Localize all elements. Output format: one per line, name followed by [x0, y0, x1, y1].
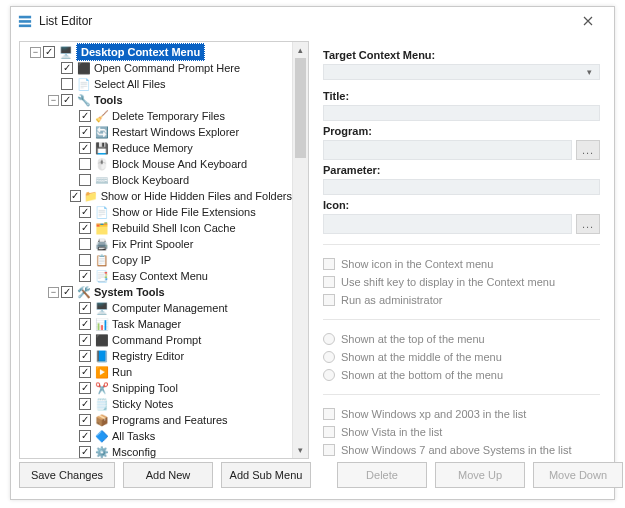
tree-row[interactable]: 📑Easy Context Menu: [24, 268, 292, 284]
tree-checkbox[interactable]: [79, 254, 91, 266]
program-input[interactable]: [323, 140, 572, 160]
tree-checkbox[interactable]: [79, 174, 91, 186]
title-input[interactable]: [323, 105, 600, 121]
tree-row[interactable]: −🛠️System Tools: [24, 284, 292, 300]
tree-checkbox[interactable]: [79, 302, 91, 314]
tree-row[interactable]: ⌨️Block Keyboard: [24, 172, 292, 188]
target-combo[interactable]: ▾: [323, 64, 600, 80]
tree-item-icon: 📋: [94, 253, 109, 267]
tree-checkbox[interactable]: [79, 334, 91, 346]
scroll-track[interactable]: [293, 58, 308, 442]
svg-rect-1: [19, 20, 31, 23]
add-new-button[interactable]: Add New: [123, 462, 213, 488]
tree-row[interactable]: 🗒️Sticky Notes: [24, 396, 292, 412]
tree-row[interactable]: 💾Reduce Memory: [24, 140, 292, 156]
option-checkbox[interactable]: Show Windows 7 and above Systems in the …: [323, 441, 600, 459]
option-label: Shown at the middle of the menu: [341, 351, 502, 363]
tree-checkbox[interactable]: [79, 446, 91, 458]
tree-checkbox[interactable]: [79, 126, 91, 138]
tree-item-label: Sticky Notes: [112, 396, 173, 412]
tree-row[interactable]: 📁Show or Hide Hidden Files and Folders: [24, 188, 292, 204]
tree-checkbox[interactable]: [79, 206, 91, 218]
tree-checkbox[interactable]: [79, 238, 91, 250]
expander-icon[interactable]: −: [30, 47, 41, 58]
tree-checkbox[interactable]: [79, 398, 91, 410]
tree-checkbox[interactable]: [79, 414, 91, 426]
tree-checkbox[interactable]: [79, 430, 91, 442]
tree-row[interactable]: −🔧Tools: [24, 92, 292, 108]
content-area: −🖥️Desktop Context Menu⬛Open Command Pro…: [11, 35, 614, 459]
tree-item-label: Copy IP: [112, 252, 151, 268]
tree-row[interactable]: 🧹Delete Temporary Files: [24, 108, 292, 124]
parameter-input[interactable]: [323, 179, 600, 195]
tree-checkbox[interactable]: [79, 270, 91, 282]
tree-row[interactable]: 📘Registry Editor: [24, 348, 292, 364]
save-changes-button[interactable]: Save Changes: [19, 462, 115, 488]
move-down-button[interactable]: Move Down: [533, 462, 623, 488]
checkbox-icon: [323, 444, 335, 456]
option-label: Show Windows 7 and above Systems in the …: [341, 444, 572, 456]
tree-row[interactable]: ⚙️Msconfig: [24, 444, 292, 458]
tree-row[interactable]: ⬛Open Command Prompt Here: [24, 60, 292, 76]
add-sub-menu-button[interactable]: Add Sub Menu: [221, 462, 311, 488]
radio-icon: [323, 333, 335, 345]
tree-item-icon: 📊: [94, 317, 109, 331]
tree-row[interactable]: 🔄Restart Windows Explorer: [24, 124, 292, 140]
tree-checkbox[interactable]: [79, 318, 91, 330]
option-checkbox[interactable]: Show Vista in the list: [323, 423, 600, 441]
tree-checkbox[interactable]: [70, 190, 80, 202]
tree-checkbox[interactable]: [61, 78, 73, 90]
scroll-down-icon[interactable]: ▾: [293, 442, 308, 458]
tree-scrollbar[interactable]: ▴ ▾: [292, 42, 308, 458]
position-radio[interactable]: Shown at the bottom of the menu: [323, 366, 600, 384]
tree-row[interactable]: ▶️Run: [24, 364, 292, 380]
icon-input[interactable]: [323, 214, 572, 234]
tree-row[interactable]: 📦Programs and Features: [24, 412, 292, 428]
delete-button[interactable]: Delete: [337, 462, 427, 488]
tree-checkbox[interactable]: [43, 46, 55, 58]
tree-checkbox[interactable]: [61, 62, 73, 74]
tree-row[interactable]: 🖥️Computer Management: [24, 300, 292, 316]
tree-checkbox[interactable]: [79, 142, 91, 154]
parameter-label: Parameter:: [323, 164, 600, 176]
option-checkbox[interactable]: Run as administrator: [323, 291, 600, 309]
tree-row[interactable]: ⬛Command Prompt: [24, 332, 292, 348]
tree-checkbox[interactable]: [79, 222, 91, 234]
tree-checkbox[interactable]: [79, 158, 91, 170]
tree-checkbox[interactable]: [79, 110, 91, 122]
tree-row[interactable]: 🔷All Tasks: [24, 428, 292, 444]
tree-checkbox[interactable]: [61, 286, 73, 298]
tree-row[interactable]: 🖱️Block Mouse And Keyboard: [24, 156, 292, 172]
tree-row[interactable]: 📄Select All Files: [24, 76, 292, 92]
expander-icon[interactable]: −: [48, 95, 59, 106]
tree-row[interactable]: 🖨️Fix Print Spooler: [24, 236, 292, 252]
tree-row[interactable]: 📋Copy IP: [24, 252, 292, 268]
tree-row[interactable]: ✂️Snipping Tool: [24, 380, 292, 396]
tree-item-icon: 🔷: [94, 429, 109, 443]
tree-checkbox[interactable]: [79, 366, 91, 378]
tree-view[interactable]: −🖥️Desktop Context Menu⬛Open Command Pro…: [20, 42, 292, 458]
icon-browse-button[interactable]: ...: [576, 214, 600, 234]
program-browse-button[interactable]: ...: [576, 140, 600, 160]
close-button[interactable]: [568, 9, 608, 33]
option-checkbox[interactable]: Show Windows xp and 2003 in the list: [323, 405, 600, 423]
option-checkbox[interactable]: Show icon in the Context menu: [323, 255, 600, 273]
program-label: Program:: [323, 125, 600, 137]
tree-row[interactable]: 📄Show or Hide File Extensions: [24, 204, 292, 220]
expander-icon[interactable]: −: [48, 287, 59, 298]
move-up-button[interactable]: Move Up: [435, 462, 525, 488]
tree-checkbox[interactable]: [79, 382, 91, 394]
position-radio[interactable]: Shown at the middle of the menu: [323, 348, 600, 366]
scroll-thumb[interactable]: [295, 58, 306, 158]
tree-row[interactable]: 🗂️Rebuild Shell Icon Cache: [24, 220, 292, 236]
tree-item-label: Computer Management: [112, 300, 228, 316]
position-radio[interactable]: Shown at the top of the menu: [323, 330, 600, 348]
tree-row[interactable]: −🖥️Desktop Context Menu: [24, 44, 292, 60]
option-checkbox[interactable]: Use shift key to display in the Context …: [323, 273, 600, 291]
tree-checkbox[interactable]: [61, 94, 73, 106]
tree-item-label: Open Command Prompt Here: [94, 60, 240, 76]
tree-row[interactable]: 📊Task Manager: [24, 316, 292, 332]
tree-checkbox[interactable]: [79, 350, 91, 362]
tree-item-label: Snipping Tool: [112, 380, 178, 396]
scroll-up-icon[interactable]: ▴: [293, 42, 308, 58]
